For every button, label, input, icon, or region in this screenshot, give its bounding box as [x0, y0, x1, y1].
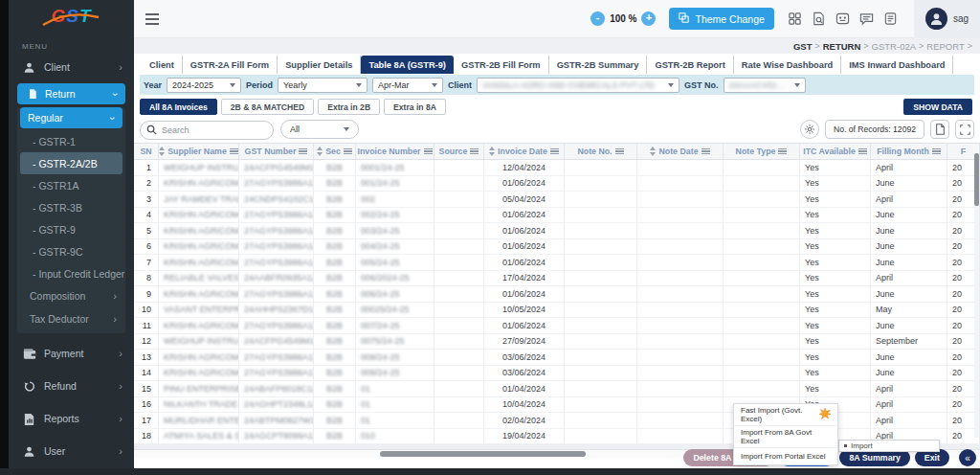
filter-icon[interactable] — [858, 148, 867, 155]
column-header-note-date[interactable]: Note Date — [637, 144, 724, 159]
filter-icon[interactable] — [702, 148, 710, 155]
filter-icon[interactable] — [470, 148, 479, 155]
filter-icon[interactable] — [615, 148, 624, 155]
period-select[interactable]: Yearly — [278, 78, 368, 93]
table-row[interactable]: 3JAY RAMDEV TRAD...24CNDPS4102C1ZHB2B002… — [134, 192, 980, 208]
hamburger-menu-icon[interactable] — [145, 13, 159, 25]
settings-button[interactable] — [800, 120, 819, 139]
gst-no-select[interactable]: 24AAACV0181B1Z5 — [724, 78, 806, 93]
table-row[interactable]: 8RELIABLE VALVES...24AABFR0935A1Z5B2B006… — [134, 271, 980, 287]
sidebar-item-client[interactable]: Client › — [9, 55, 134, 79]
sidebar-item-user[interactable]: User› — [9, 439, 134, 464]
sidebar-item-tax-deductor[interactable]: Tax Deductor› — [17, 307, 125, 330]
sidebar-subitem--gstr-2a-2b[interactable]: - GSTR-2A/2B — [20, 152, 122, 174]
column-header-note-type[interactable]: Note Type — [724, 144, 800, 159]
sidebar-item-regular[interactable]: Regular › — [20, 107, 122, 128]
feedback-icon[interactable] — [835, 11, 851, 27]
column-header-note-no-[interactable]: Note No. — [565, 144, 637, 159]
subtab-extra-in-2b[interactable]: Extra in 2B — [318, 99, 380, 115]
tab-supplier-details[interactable]: Supplier Details — [278, 56, 361, 74]
vertical-scrollbar[interactable] — [974, 153, 979, 438]
export-button[interactable] — [930, 120, 949, 139]
table-row[interactable]: 10VASANT ENTERPRI...24AHHPS2367D1Z5B2B00… — [134, 303, 980, 319]
sidebar-subitem--gstr-9c[interactable]: - GSTR-9C — [20, 240, 122, 262]
user-menu[interactable]: sag — [914, 0, 980, 38]
search-input[interactable] — [140, 121, 274, 140]
tab-gstr-2b-fill-form[interactable]: GSTR-2B Fill Form — [454, 56, 549, 74]
sidebar-item-reports[interactable]: Reports› — [9, 406, 134, 431]
tab-gstr-2b-summary[interactable]: GSTR-2B Summary — [549, 56, 648, 74]
grid-icon[interactable] — [788, 11, 803, 27]
filter-icon[interactable] — [299, 148, 307, 155]
subtab-2b-8a-matched[interactable]: 2B & 8A MATCHED — [221, 99, 314, 115]
table-row[interactable]: 14KRISHN AGRICOM27AGYPS3986A1Z1B2B009/24… — [134, 366, 980, 382]
table-row[interactable]: 4KRISHN AGRICOM27AGYPS3986A1Z1B2B002/24-… — [134, 208, 980, 224]
breadcrumb-item-gstr-02a[interactable]: GSTR-02A — [872, 41, 916, 52]
sidebar-item-return[interactable]: Return › — [17, 83, 125, 104]
breadcrumb-item-gst[interactable]: GST — [793, 41, 813, 52]
theme-change-button[interactable]: Theme Change — [669, 8, 773, 30]
table-row[interactable]: 17MURLIDHAR ENTE...24ABTPM0827W1ZBB2B010… — [134, 413, 980, 429]
table-row[interactable]: 12WEIGHUP INSTRU...24ACFPG4549M1ZPB2B007… — [134, 334, 980, 351]
subtab-all-8a-invoices[interactable]: All 8A Invoices — [140, 99, 217, 115]
column-header-itc-available[interactable]: ITC Available — [800, 144, 871, 159]
year-select[interactable]: 2024-2025 — [167, 78, 241, 93]
column-header-filling-month[interactable]: Filling Month — [871, 144, 947, 159]
show-data-button[interactable]: SHOW DATA — [903, 99, 972, 115]
breadcrumb-item-return[interactable]: RETURN — [823, 41, 861, 52]
table-row[interactable]: 5KRISHN AGRICOM27AGYPS3986A1Z1B2B003/24-… — [134, 223, 980, 239]
table-row[interactable]: 6KRISHN AGRICOM27AGYPS3986A1Z1B2B004/24-… — [134, 239, 980, 256]
filter-icon[interactable] — [778, 148, 787, 155]
sidebar-item-payment[interactable]: Payment› — [9, 341, 134, 366]
context-menu-item-import-from-portal-excel[interactable]: Import From Portal Excel — [734, 448, 837, 464]
sidebar-item-refund[interactable]: Refund› — [9, 373, 134, 398]
sort-icon[interactable] — [650, 147, 656, 156]
column-header-invoice-date[interactable]: Invoice Date — [484, 144, 565, 159]
context-menu-item-import-from-8a-govt-excel[interactable]: Import From 8A Govt Excel — [734, 426, 837, 448]
filter-icon[interactable] — [344, 148, 352, 155]
sidebar-subitem--gstr-9[interactable]: - GSTR-9 — [20, 218, 122, 240]
filter-icon[interactable] — [932, 148, 941, 155]
tab-ims-inward-dashboard[interactable]: IMS Inward Dashboard — [841, 56, 953, 74]
filter-icon[interactable] — [230, 148, 238, 155]
table-row[interactable]: 16NILKANTH TRADE...24AGHPT2348L1Z0B2B011… — [134, 397, 980, 414]
column-header-gst-number[interactable]: GST Number — [239, 144, 314, 159]
table-row[interactable]: 11KRISHN AGRICOM27AGYPS3986A1Z1B2B007/24… — [134, 318, 980, 334]
tab-rate-wise-dashboard[interactable]: Rate Wise Dashboard — [734, 56, 842, 74]
sort-icon[interactable] — [159, 147, 165, 156]
fullscreen-button[interactable] — [955, 120, 974, 139]
column-header-invoice-number[interactable]: Invoice Number — [356, 144, 434, 159]
table-row[interactable]: 9KRISHN AGRICOM27AGYPS3986A1Z1B2B006/24-… — [134, 286, 980, 303]
column-header-sec[interactable]: Sec — [314, 144, 356, 159]
tab-gstr-2a-fill-form[interactable]: GSTR-2A Fill Form — [183, 56, 278, 74]
zoom-in-button[interactable]: + — [641, 11, 656, 26]
context-menu-item-fast-import-govt-excel-[interactable]: Fast Import (Govt. Excel) — [734, 404, 837, 426]
sidebar-item-composition[interactable]: Composition› — [17, 284, 125, 307]
horizontal-scrollbar-thumb[interactable] — [380, 451, 586, 457]
sort-icon[interactable] — [317, 147, 323, 156]
sidebar-subitem--gstr-1[interactable]: - GSTR-1 — [20, 130, 122, 152]
vertical-scrollbar-thumb[interactable] — [974, 153, 979, 206]
column-header-sn[interactable]: SN — [134, 144, 159, 159]
month-range-select[interactable]: Apr-Mar — [372, 78, 443, 93]
sidebar-subitem--input-credit-ledger[interactable]: - Input Credit Ledger — [20, 262, 122, 284]
sort-icon[interactable] — [489, 147, 495, 156]
tab-gstr-2b-report[interactable]: GSTR-2B Report — [647, 56, 733, 74]
subtab-extra-in-8a[interactable]: Extra in 8A — [384, 99, 446, 115]
sidebar-subitem--gstr1a[interactable]: - GSTR1A — [20, 174, 122, 196]
table-row[interactable]: 1WEIGHUP INSTRU...24ACFPG4549M1ZPB2B0001… — [134, 160, 980, 176]
sidebar-subitem--gstr-3b[interactable]: - GSTR-3B — [20, 196, 122, 218]
column-header-supplier-name[interactable]: Supplier Name — [159, 144, 239, 159]
table-row[interactable]: 13KRISHN AGRICOM27AGYPS3986A1Z1B2B008/24… — [134, 350, 980, 366]
tab-client[interactable]: Client — [142, 56, 183, 74]
table-row[interactable]: 2KRISHN AGRICOM27AGYPS3986A1Z1B2B001/24-… — [134, 176, 980, 192]
breadcrumb-item-report[interactable]: REPORT — [926, 41, 964, 52]
table-row[interactable]: 7KRISHN AGRICOM27AGYPS3986A1Z1B2B005/24-… — [134, 255, 980, 271]
notes-icon[interactable] — [883, 11, 899, 27]
collapse-panel-button[interactable]: « — [959, 449, 976, 466]
document-search-icon[interactable] — [812, 11, 827, 27]
table-row[interactable]: 15PINU ENTERPRISE24ABAFP8018C1ZNB2B0101/… — [134, 381, 980, 397]
column-filter-select[interactable]: All — [280, 120, 359, 139]
filter-icon[interactable] — [424, 148, 433, 155]
tab-table-8a-gstr-9-[interactable]: Table 8A (GSTR-9) — [361, 56, 454, 74]
